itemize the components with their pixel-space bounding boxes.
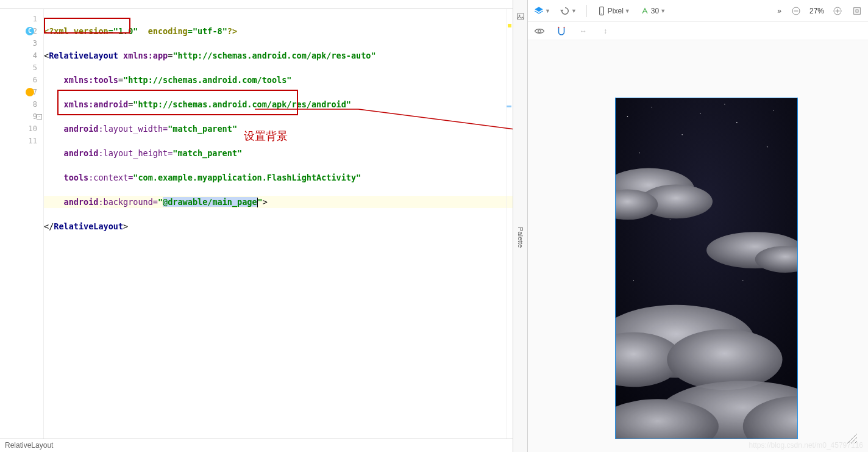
line-number: 7 [0, 86, 43, 98]
svg-point-30 [742, 280, 743, 281]
marker-selection[interactable] [507, 106, 511, 107]
chevron-down-icon: ▼ [545, 8, 550, 14]
code-text[interactable]: <?xml version="1.0" encoding="utf-8"?> <… [44, 9, 513, 439]
marker-warning[interactable] [508, 24, 511, 27]
svg-point-20 [736, 122, 738, 123]
device-preview[interactable] [615, 98, 798, 439]
line-number: 5 [0, 62, 43, 74]
line-number: 4 [0, 49, 43, 62]
breadcrumb[interactable]: RelativeLayout [0, 439, 513, 452]
orientation-button[interactable]: ▼ [559, 5, 578, 17]
palette-sidebar[interactable]: Palette [513, 0, 528, 452]
preview-toolbar: ▼ ▼ Pixel ▼ 30 ▼ » [528, 0, 868, 22]
api-label: 30 [651, 7, 659, 15]
code-area[interactable]: 1 C 2 3 4 5 6 7 8 - 9 10 11 [0, 9, 513, 439]
more-icon[interactable]: » [776, 5, 783, 16]
preview-toolbar-2: ↔ ↕ [528, 22, 868, 40]
chevron-down-icon: ▼ [571, 8, 577, 14]
design-surface-button[interactable]: ▼ [533, 5, 552, 17]
warning-gutter-icon[interactable] [26, 88, 34, 96]
editor-pane: 1 C 2 3 4 5 6 7 8 - 9 10 11 [0, 0, 513, 452]
line-number: C 2 [0, 25, 43, 37]
svg-point-3 [519, 15, 520, 16]
tab-bar [0, 0, 513, 9]
svg-point-5 [601, 13, 602, 14]
zoom-in-button[interactable] [831, 5, 844, 17]
chevron-down-icon: ▼ [625, 8, 630, 14]
line-number: 3 [0, 37, 43, 49]
zoom-out-button[interactable] [790, 5, 802, 17]
line-number: 8 [0, 98, 43, 110]
svg-point-22 [681, 134, 682, 135]
class-gutter-icon[interactable]: C [26, 27, 34, 35]
expand-vertical-icon[interactable]: ↕ [600, 26, 611, 37]
svg-point-27 [633, 280, 634, 281]
palette-icon[interactable] [516, 12, 525, 21]
tab-2[interactable] [22, 6, 37, 9]
svg-point-39 [667, 329, 782, 390]
expand-horizontal-icon[interactable]: ↔ [578, 26, 589, 37]
svg-rect-12 [856, 10, 858, 12]
svg-point-25 [724, 104, 725, 104]
preview-pane: Palette ▼ ▼ Pixel ▼ [513, 0, 868, 452]
line-number: 10 [0, 123, 43, 135]
svg-point-23 [639, 152, 640, 153]
line-number: 6 [0, 74, 43, 86]
gutter: 1 C 2 3 4 5 6 7 8 - 9 10 11 [0, 9, 44, 439]
palette-label: Palette [517, 227, 524, 248]
svg-point-17 [627, 116, 628, 117]
right-margin [507, 9, 513, 439]
svg-point-24 [767, 146, 768, 148]
design-canvas[interactable]: https://blog.csdn.net/m0_45797116 [528, 40, 868, 452]
svg-point-18 [652, 107, 652, 107]
svg-rect-11 [854, 7, 861, 14]
watermark: https://blog.csdn.net/m0_45797116 [749, 441, 863, 450]
line-number: 11 [0, 135, 43, 147]
svg-point-13 [538, 29, 541, 32]
device-button[interactable]: Pixel ▼ [596, 5, 631, 17]
tab-3[interactable] [39, 6, 54, 9]
fold-icon[interactable]: - [37, 114, 42, 120]
magnet-icon[interactable] [556, 26, 567, 37]
svg-point-26 [670, 220, 671, 220]
background-preview-image [616, 98, 797, 439]
chevron-down-icon: ▼ [660, 8, 666, 14]
tab-1[interactable] [5, 6, 20, 9]
svg-point-21 [773, 110, 774, 110]
svg-point-19 [700, 113, 700, 113]
svg-rect-2 [517, 13, 524, 20]
api-button[interactable]: 30 ▼ [639, 5, 667, 17]
device-label: Pixel [608, 7, 624, 15]
zoom-label: 27% [809, 7, 824, 15]
line-number: 1 [0, 13, 43, 25]
zoom-fit-button[interactable] [851, 5, 863, 17]
eye-icon[interactable] [534, 26, 545, 37]
line-number: - 9 [0, 110, 43, 123]
